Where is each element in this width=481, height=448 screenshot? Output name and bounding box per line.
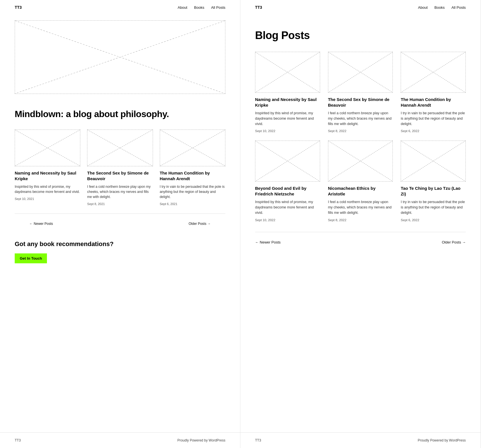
post2-date-5: Sept 6, 2022 [401, 218, 466, 222]
older-posts-link-left[interactable]: Older Posts → [189, 222, 211, 226]
posts-row-2: Beyond Good and Evil by Friedrich Nietzs… [255, 141, 466, 221]
post2-image-5 [401, 141, 466, 182]
post-card2-4: Nicomachean Ethics by Aristotle I feel a… [328, 141, 393, 221]
pagination-left: ← Newer Posts Older Posts → [15, 214, 225, 226]
blog-posts-heading: Blog Posts [255, 29, 466, 42]
posts-grid-left: Naming and Necessity by Saul Kripke Insp… [0, 119, 240, 206]
posts-row-1: Naming and Necessity by Saul Kripke Insp… [255, 52, 466, 133]
post-card2-2: The Human Condition by Hannah Arendt I t… [401, 52, 466, 133]
nav-about-right[interactable]: About [418, 5, 428, 10]
post2-image-3 [255, 141, 320, 182]
post2-excerpt-3: Inspirited by this wind of promise, my d… [255, 199, 320, 215]
post-card-2: The Human Condition by Hannah Arendt I t… [160, 130, 225, 206]
svg-line-6 [160, 130, 225, 166]
post-card2-0: Naming and Necessity by Saul Kripke Insp… [255, 52, 320, 133]
hero-image [15, 20, 225, 94]
nav-allposts-right[interactable]: All Posts [451, 5, 466, 10]
post-date-0: Sept 10, 2021 [15, 197, 80, 201]
post-title-2: The Human Condition by Hannah Arendt [160, 170, 225, 181]
post-date-1: Sept 8, 2021 [87, 202, 153, 206]
nav-about-left[interactable]: About [178, 5, 187, 10]
nav-allposts-left[interactable]: All Posts [211, 5, 225, 10]
post2-excerpt-0: Inspirited by this wind of promise, my d… [255, 111, 320, 126]
newer-posts-link-right[interactable]: ← Newer Posts [255, 240, 281, 244]
post-card-0: Naming and Necessity by Saul Kripke Insp… [15, 130, 80, 206]
panel-left: TT3 About Books All Posts Mindblown: a b… [0, 0, 240, 448]
post-title-1: The Second Sex by Simone de Beauvoir [87, 170, 153, 181]
footer-logo-right: TT3 [255, 438, 261, 442]
cta-title: Got any book recommendations? [15, 240, 225, 248]
post2-excerpt-4: I feel a cold northern breeze play upon … [328, 199, 393, 215]
post-title-0: Naming and Necessity by Saul Kripke [15, 170, 80, 181]
post-image-2 [160, 130, 225, 166]
site-nav-left: About Books All Posts [178, 5, 225, 10]
post-card2-1: The Second Sex by Simone de Beauvoir I f… [328, 52, 393, 133]
panel-right: TT3 About Books All Posts Blog Posts Nam… [240, 0, 481, 448]
post2-image-1 [328, 52, 393, 93]
footer-logo-left: TT3 [15, 438, 21, 442]
post2-date-3: Sept 10, 2022 [255, 218, 320, 222]
post-date-2: Sept 6, 2021 [160, 202, 225, 206]
cta-section: Got any book recommendations? Get In Tou… [0, 226, 240, 263]
nav-books-left[interactable]: Books [194, 5, 204, 10]
site-header-left: TT3 About Books All Posts [0, 0, 240, 15]
site-footer-left: TT3 Proudly Powered by WordPress [0, 432, 240, 448]
site-header-right: TT3 About Books All Posts [240, 0, 480, 15]
post2-image-2 [401, 52, 466, 93]
post-card2-5: Tao Te Ching by Lao Tzu (Lao Zi) I try i… [401, 141, 466, 221]
svg-line-7 [160, 130, 225, 166]
site-logo-left: TT3 [15, 5, 22, 10]
post2-image-4 [328, 141, 393, 182]
post2-title-4: Nicomachean Ethics by Aristotle [328, 186, 393, 197]
post2-title-5: Tao Te Ching by Lao Tzu (Lao Zi) [401, 186, 466, 197]
site-tagline: Mindblown: a blog about philosophy. [0, 94, 240, 119]
post-excerpt-2: I try in vain to be persuaded that the p… [160, 184, 225, 199]
post2-excerpt-1: I feel a cold northern breeze play upon … [328, 111, 393, 126]
post-excerpt-1: I feel a cold northern breeze play upon … [87, 184, 153, 199]
post2-title-0: Naming and Necessity by Saul Kripke [255, 97, 320, 108]
site-footer-right: TT3 Proudly Powered by WordPress [240, 432, 480, 448]
post2-date-1: Sept 8, 2022 [328, 129, 393, 133]
post2-date-2: Sept 6, 2022 [401, 129, 466, 133]
post2-date-4: Sept 8, 2022 [328, 218, 393, 222]
post2-date-0: Sept 10, 2022 [255, 129, 320, 133]
site-logo-right: TT3 [255, 5, 262, 10]
post2-title-3: Beyond Good and Evil by Friedrich Nietzs… [255, 186, 320, 197]
footer-powered-right: Proudly Powered by WordPress [418, 438, 466, 442]
footer-powered-left: Proudly Powered by WordPress [177, 438, 225, 442]
get-in-touch-button[interactable]: Get In Touch [15, 253, 47, 263]
post2-title-2: The Human Condition by Hannah Arendt [401, 97, 466, 108]
post-image-1 [87, 130, 153, 166]
post-card-1: The Second Sex by Simone de Beauvoir I f… [87, 130, 153, 206]
post2-image-0 [255, 52, 320, 93]
post-excerpt-0: Inspirited by this wind of promise, my d… [15, 184, 80, 194]
newer-posts-link-left[interactable]: ← Newer Posts [29, 222, 53, 226]
panel2-content: Blog Posts Naming and Necessity by Saul … [240, 15, 480, 432]
older-posts-link-right[interactable]: Older Posts → [442, 240, 466, 244]
site-nav-right: About Books All Posts [418, 5, 466, 10]
post-image-0 [15, 130, 80, 166]
post2-title-1: The Second Sex by Simone de Beauvoir [328, 97, 393, 108]
pagination-right: ← Newer Posts Older Posts → [255, 232, 466, 244]
post2-excerpt-2: I try in vain to be persuaded that the p… [401, 111, 466, 126]
post-card2-3: Beyond Good and Evil by Friedrich Nietzs… [255, 141, 320, 221]
post2-excerpt-5: I try in vain to be persuaded that the p… [401, 199, 466, 215]
nav-books-right[interactable]: Books [434, 5, 445, 10]
